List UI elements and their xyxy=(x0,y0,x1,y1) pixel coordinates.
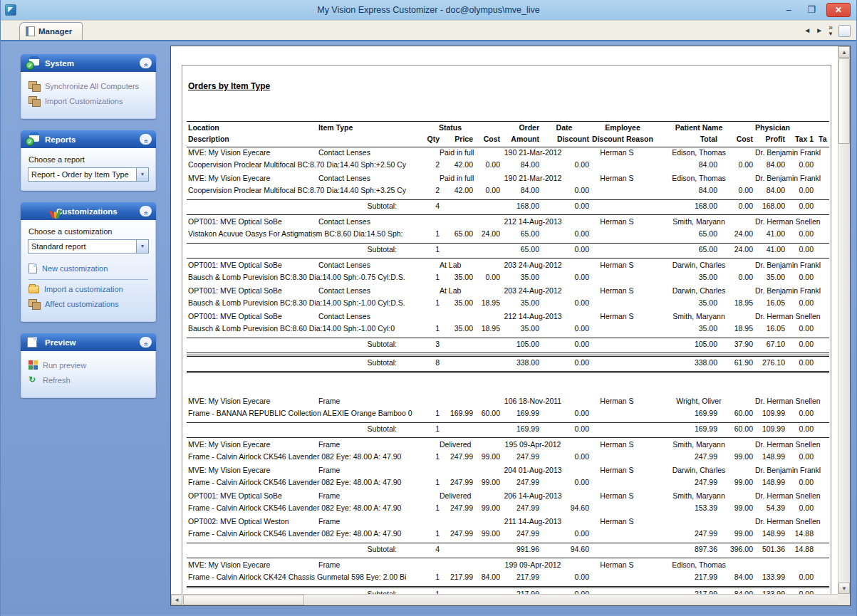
collapse-chevron-icon[interactable]: » xyxy=(140,58,152,68)
cell-discount: 0.00 xyxy=(539,202,589,210)
cell-profit: 84.00 xyxy=(753,186,785,194)
cell-amount: 169.99 xyxy=(500,424,539,433)
report-row: MVE: My Vision Eyecare Frame 106 18-Nov-… xyxy=(187,396,829,422)
cell-amount: 247.99 xyxy=(500,529,539,538)
scroll-down-icon[interactable]: ▼ xyxy=(838,583,850,594)
cell-cost2: 84.00 xyxy=(717,573,753,581)
cell-cost2: 0.00 xyxy=(717,186,753,194)
sidebar-item-synchronize-all-computers[interactable]: Synchronize All Computers xyxy=(28,81,150,90)
cell-tax1: 0.00 xyxy=(784,478,814,486)
cell-location: MVE: My Vision Eyecare xyxy=(188,466,270,474)
scroll-left-icon[interactable]: ◄ xyxy=(171,595,182,605)
cell-order-date: 106 18-Nov-2011 xyxy=(489,397,576,405)
header-qty: Qty xyxy=(418,135,440,143)
report-row: MVE: My Vision Eyecare Contact Lenses Pa… xyxy=(187,173,829,199)
cell-employee: Herman S xyxy=(589,466,645,474)
dropdown-arrow-icon[interactable]: ▼ xyxy=(136,168,148,181)
computers-icon xyxy=(28,96,40,105)
subtotal-row: Subtotal: 1 65.00 0.00 65.00 24.00 41.00… xyxy=(187,243,829,259)
cell-cost2: 24.00 xyxy=(717,229,753,238)
cell-total: 153.39 xyxy=(671,503,717,512)
panel-preview-header[interactable]: Preview » xyxy=(21,333,156,351)
horizontal-scroll-thumb[interactable] xyxy=(183,595,304,605)
tab-scroll-left-icon[interactable]: ◄ xyxy=(804,25,811,36)
cell-price: 42.00 xyxy=(440,186,473,194)
cell-cost: 24.00 xyxy=(717,245,753,254)
cell-total: 65.00 xyxy=(671,245,717,254)
cell-tax1: 0.00 xyxy=(784,324,814,333)
minimize-button[interactable]: – xyxy=(781,4,796,16)
tab-menu-icon[interactable]: »▼ xyxy=(828,24,833,37)
cell-qty: 4 xyxy=(418,545,440,553)
panel-reports-header[interactable]: ✓ Reports » xyxy=(21,130,156,148)
cell-location: OPT001: MVE Optical SoBe xyxy=(188,491,282,500)
cell-tax1: 0.00 xyxy=(784,409,814,417)
dropdown-arrow-icon[interactable]: ▼ xyxy=(136,240,148,253)
cell-physician: Dr. Herman Snellen xyxy=(755,312,829,320)
cell-item-type: Frame xyxy=(318,517,340,526)
cell-cost: 61.90 xyxy=(717,358,753,367)
cell-order-date: 212 14-Aug-2013 xyxy=(489,217,576,226)
tab-scroll-right-icon[interactable]: ► xyxy=(816,25,823,36)
cell-profit: 109.99 xyxy=(753,409,785,417)
tab-page-button[interactable] xyxy=(838,25,851,37)
sidebar-item-refresh[interactable]: ↻ Refresh xyxy=(28,375,150,385)
header-tax1: Tax 1 xyxy=(784,135,814,143)
cell-profit: 54.39 xyxy=(753,503,785,512)
cell-order-date: 204 01-Aug-2013 xyxy=(489,466,576,474)
collapse-chevron-icon[interactable]: » xyxy=(140,134,152,145)
cell-cost2: 99.00 xyxy=(717,478,753,486)
cell-qty: 2 xyxy=(418,186,440,194)
report-viewer: Orders by Item Type Location Item Type S… xyxy=(170,46,851,606)
cell-price: 217.99 xyxy=(440,573,473,581)
cell-qty: 1 xyxy=(418,229,440,238)
cell-amount: 168.00 xyxy=(500,202,539,210)
sidebar-item-import-a-customization[interactable]: Import a customization xyxy=(28,284,150,293)
report-row: MVE: My Vision Eyecare Frame 199 09-Apr-… xyxy=(187,560,829,585)
cell-description: Frame - Calvin Airlock CK546 Lavender 08… xyxy=(188,452,432,461)
cell-location: OPT001: MVE Optical SoBe xyxy=(188,261,282,269)
cell-employee: Herman S xyxy=(589,217,645,226)
cell-profit: 84.00 xyxy=(753,160,785,169)
cell-cost2: 0.00 xyxy=(717,273,753,281)
collapse-chevron-icon[interactable]: » xyxy=(140,206,152,216)
subtotal-label: Subtotal: xyxy=(315,245,397,254)
tab-manager[interactable]: Manager xyxy=(19,22,83,40)
close-button[interactable]: ✕ xyxy=(826,3,851,17)
panel-customizations-header[interactable]: Customizations » xyxy=(21,202,156,220)
cell-status: Delivered xyxy=(440,491,471,500)
cell-total: 65.00 xyxy=(671,229,717,238)
cell-price: 247.99 xyxy=(440,452,473,461)
cell-total: 247.99 xyxy=(671,529,717,538)
cell-discount: 0.00 xyxy=(539,298,589,307)
sidebar-item-new-customization[interactable]: New customization xyxy=(28,263,150,273)
sidebar-item-affect-customizations[interactable]: Affect customizations xyxy=(28,299,150,308)
cell-status: Delivered xyxy=(440,440,471,449)
cell-profit: 148.99 xyxy=(753,478,785,486)
panel-system-header[interactable]: ✓ System » xyxy=(21,54,156,72)
vertical-scroll-thumb[interactable] xyxy=(838,58,850,144)
panel-customizations: Customizations » Choose a customization … xyxy=(21,202,156,322)
scroll-up-icon[interactable]: ▲ xyxy=(838,46,850,58)
cell-item-type: Contact Lenses xyxy=(318,286,370,295)
cell-employee: Herman S xyxy=(589,286,645,295)
cell-physician: Dr. Benjamin Frankl xyxy=(755,286,829,295)
sidebar-item-run-preview[interactable]: Run preview xyxy=(28,360,150,370)
sidebar-item-import-customizations[interactable]: Import Customizations xyxy=(28,96,150,105)
report-page-area: Orders by Item Type Location Item Type S… xyxy=(171,46,838,594)
cell-cost2: 99.00 xyxy=(717,452,753,461)
vertical-scrollbar[interactable]: ▲ ▼ xyxy=(838,46,850,594)
cell-cost: 99.00 xyxy=(471,478,500,486)
maximize-button[interactable]: ❐ xyxy=(804,4,819,16)
collapse-chevron-icon[interactable]: » xyxy=(140,337,152,348)
horizontal-scrollbar[interactable]: ◄ ► xyxy=(171,594,850,605)
cell-description: Coopervision Proclear Multifocal BC:8.70… xyxy=(188,186,432,194)
panel-preview: Preview » Run preview ↻ Refresh xyxy=(21,333,156,398)
report-dropdown[interactable]: Report - Order by Item Type ▼ xyxy=(28,167,149,182)
reports-panel-icon: ✓ xyxy=(26,132,39,146)
cell-item-type: Frame xyxy=(318,397,340,405)
cell-amount: 35.00 xyxy=(500,273,539,281)
customization-dropdown[interactable]: Standard report ▼ xyxy=(28,239,149,254)
cell-employee: Herman S xyxy=(589,312,645,320)
cell-employee: Herman S xyxy=(589,397,645,405)
